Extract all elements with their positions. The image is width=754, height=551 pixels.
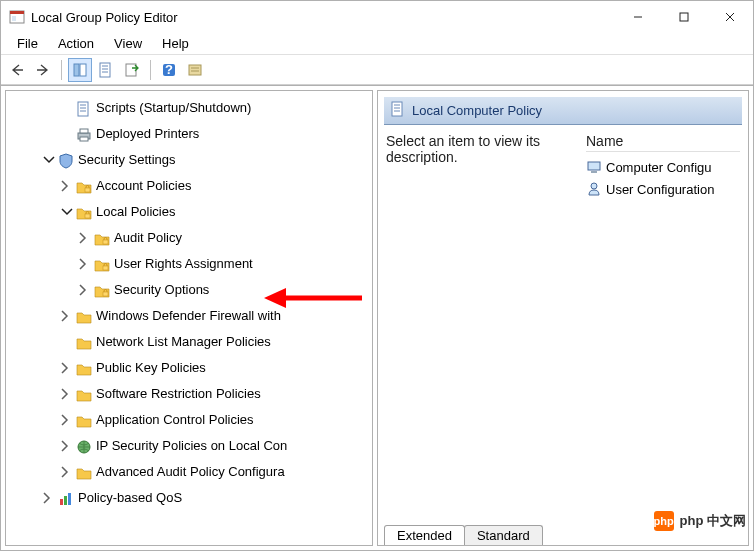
- content-area: Scripts (Startup/Shutdown) Deployed Prin…: [1, 85, 753, 550]
- filter-button[interactable]: [183, 58, 207, 82]
- chevron-right-icon[interactable]: [60, 387, 74, 401]
- globe-icon: [76, 438, 92, 454]
- tree-item-software-restriction[interactable]: Software Restriction Policies: [6, 381, 372, 407]
- list-item-computer-config[interactable]: Computer Configu: [586, 156, 740, 178]
- folder-icon: [76, 360, 92, 376]
- main-window: Local Group Policy Editor File Action Vi…: [0, 0, 754, 551]
- chevron-right-icon[interactable]: [60, 309, 74, 323]
- tab-standard[interactable]: Standard: [464, 525, 543, 545]
- folder-lock-icon: [76, 178, 92, 194]
- menu-view[interactable]: View: [104, 34, 152, 53]
- tree-item-security-settings[interactable]: Security Settings: [6, 147, 372, 173]
- details-header: Local Computer Policy: [384, 97, 742, 125]
- tab-extended[interactable]: Extended: [384, 525, 465, 545]
- tree-item-deployed-printers[interactable]: Deployed Printers: [6, 121, 372, 147]
- details-pane: Local Computer Policy Select an item to …: [377, 90, 749, 546]
- menu-action[interactable]: Action: [48, 34, 104, 53]
- close-button[interactable]: [707, 1, 753, 33]
- show-tree-button[interactable]: [68, 58, 92, 82]
- svg-rect-21: [80, 64, 86, 76]
- tree-pane: Scripts (Startup/Shutdown) Deployed Prin…: [5, 90, 373, 546]
- folder-icon: [76, 386, 92, 402]
- toolbar-separator: [61, 60, 62, 80]
- chevron-right-icon[interactable]: [78, 231, 92, 245]
- forward-button[interactable]: [31, 58, 55, 82]
- page-icon: [76, 100, 92, 116]
- chevron-right-icon[interactable]: [78, 257, 92, 271]
- svg-rect-19: [680, 13, 688, 21]
- folder-lock-icon: [94, 282, 110, 298]
- chevron-right-icon[interactable]: [60, 439, 74, 453]
- toolbar: ?: [1, 55, 753, 85]
- tree-item-app-control[interactable]: Application Control Policies: [6, 407, 372, 433]
- back-button[interactable]: [5, 58, 29, 82]
- description-text: Select an item to view its description.: [386, 133, 586, 513]
- chevron-right-icon[interactable]: [60, 465, 74, 479]
- chevron-right-icon[interactable]: [60, 413, 74, 427]
- printer-icon: [76, 126, 92, 142]
- tree-item-ipsec[interactable]: IP Security Policies on Local Con: [6, 433, 372, 459]
- folder-icon: [76, 412, 92, 428]
- computer-icon: [586, 159, 602, 175]
- minimize-button[interactable]: [615, 1, 661, 33]
- column-header-name[interactable]: Name: [586, 133, 740, 152]
- titlebar: Local Group Policy Editor: [1, 1, 753, 33]
- user-icon: [586, 181, 602, 197]
- folder-lock-icon: [94, 230, 110, 246]
- watermark: php php 中文网: [654, 511, 746, 531]
- chevron-right-icon[interactable]: [60, 179, 74, 193]
- tree-item-security-options[interactable]: Security Options: [6, 277, 372, 303]
- tree-item-account-policies[interactable]: Account Policies: [6, 173, 372, 199]
- details-list[interactable]: Name Computer Configu User Configuration: [586, 133, 740, 513]
- tree-item-advanced-audit[interactable]: Advanced Audit Policy Configura: [6, 459, 372, 485]
- chevron-down-icon[interactable]: [42, 153, 56, 167]
- tree-item-public-key[interactable]: Public Key Policies: [6, 355, 372, 381]
- help-button[interactable]: ?: [157, 58, 181, 82]
- php-logo-icon: php: [654, 511, 674, 531]
- page-icon: [390, 101, 406, 120]
- menu-file[interactable]: File: [7, 34, 48, 53]
- svg-rect-22: [126, 64, 136, 76]
- maximize-button[interactable]: [661, 1, 707, 33]
- folder-lock-icon: [76, 204, 92, 220]
- tree-item-user-rights[interactable]: User Rights Assignment: [6, 251, 372, 277]
- tree-item-local-policies[interactable]: Local Policies: [6, 199, 372, 225]
- chevron-down-icon[interactable]: [60, 205, 74, 219]
- list-item-user-config[interactable]: User Configuration: [586, 178, 740, 200]
- tree-item-scripts[interactable]: Scripts (Startup/Shutdown): [6, 95, 372, 121]
- menubar: File Action View Help: [1, 33, 753, 55]
- chevron-right-icon[interactable]: [78, 283, 92, 297]
- policy-tree[interactable]: Scripts (Startup/Shutdown) Deployed Prin…: [6, 91, 372, 515]
- toolbar-separator: [150, 60, 151, 80]
- menu-help[interactable]: Help: [152, 34, 199, 53]
- svg-rect-25: [189, 65, 201, 75]
- shield-icon: [58, 152, 74, 168]
- tree-item-network-list[interactable]: Network List Manager Policies: [6, 329, 372, 355]
- svg-text:?: ?: [165, 62, 173, 77]
- details-title: Local Computer Policy: [412, 103, 542, 118]
- chevron-right-icon[interactable]: [60, 361, 74, 375]
- folder-icon: [76, 464, 92, 480]
- app-icon: [9, 9, 25, 25]
- watermark-text: php 中文网: [680, 512, 746, 530]
- window-title: Local Group Policy Editor: [31, 10, 615, 25]
- folder-lock-icon: [94, 256, 110, 272]
- bars-icon: [58, 490, 74, 506]
- properties-button[interactable]: [94, 58, 118, 82]
- export-button[interactable]: [120, 58, 144, 82]
- svg-rect-20: [74, 64, 79, 76]
- tree-item-audit-policy[interactable]: Audit Policy: [6, 225, 372, 251]
- tree-item-qos[interactable]: Policy-based QoS: [6, 485, 372, 511]
- tree-item-firewall[interactable]: Windows Defender Firewall with: [6, 303, 372, 329]
- folder-icon: [76, 308, 92, 324]
- folder-icon: [76, 334, 92, 350]
- chevron-right-icon[interactable]: [42, 491, 56, 505]
